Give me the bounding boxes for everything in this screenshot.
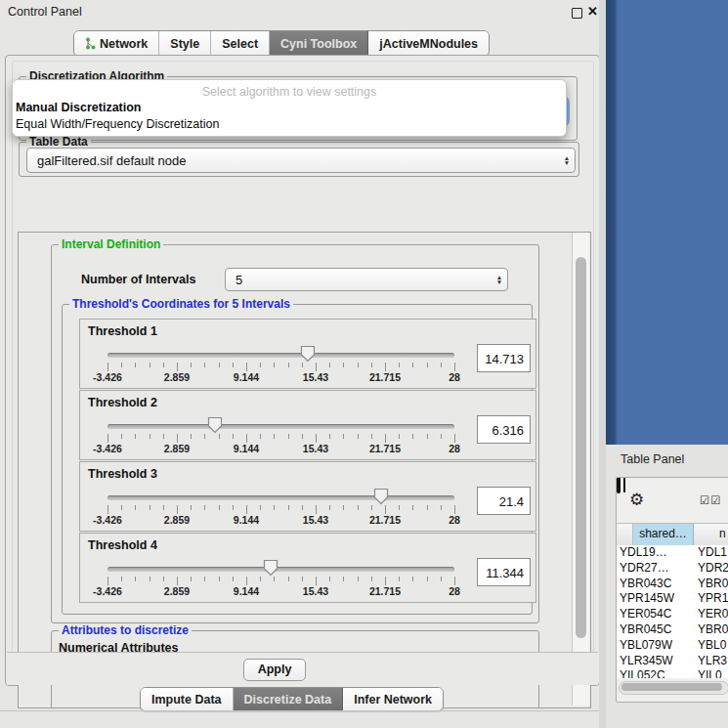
tick-mark [204,577,205,581]
horizontal-scrollbar[interactable] [619,681,728,695]
dropdown-item-manual[interactable]: Manual Discretization [16,101,142,114]
table-row[interactable]: YER054CYER0 [617,607,728,622]
threshold-value-field[interactable]: 14.713 [477,344,531,372]
table-row[interactable]: YDL19…YDL1 [617,545,728,561]
tick-mark [150,505,150,510]
scale-label: 9.144 [234,514,259,526]
table-row[interactable]: YIL052CYIL0 [617,668,728,678]
cell-shared-name[interactable]: YBR043C [617,577,698,592]
panel-divider[interactable] [599,0,606,728]
cell-name[interactable]: YBL0 [698,638,728,654]
tick-mark [260,434,261,439]
cell-name[interactable]: YDR2 [698,561,728,577]
tick-mark [302,505,303,510]
threshold-row: Threshold 2-3.4262.8599.14415.4321.71528… [79,390,536,460]
tick-mark [233,363,234,367]
cell-shared-name[interactable]: YBR045C [617,622,698,638]
threshold-value-field[interactable]: 11.344 [477,558,531,586]
column-header-shared-name[interactable]: shared… [633,524,694,545]
scale-label: 15.43 [303,443,328,454]
tick-mark [219,434,220,439]
tick-mark [121,505,122,510]
tick-mark [191,577,192,581]
apply-button[interactable]: Apply [243,659,306,681]
node-table: ⚙ ☑☑ shared… n YDL19…YDL1YDR27…YDR2YBR04… [616,477,728,703]
tab-style[interactable]: Style [159,31,211,56]
table-header-row: shared… n [617,523,728,546]
cell-name[interactable]: YER0 [698,607,728,622]
cell-shared-name[interactable]: YPR145W [617,591,698,607]
column-header-name[interactable]: n [694,524,728,545]
cell-shared-name[interactable]: YBL079W [617,638,698,654]
tick-mark [454,363,455,371]
slider-track[interactable] [107,495,454,500]
cell-shared-name[interactable]: YLR345W [617,654,698,669]
scale-label: 15.43 [303,585,328,597]
tick-mark [343,363,344,367]
scale-label: 21.715 [369,371,401,383]
threshold-label: Threshold 2 [88,396,157,409]
tick-mark [163,577,164,581]
scale-label: -3.426 [93,371,122,383]
tab-network[interactable]: Network [74,31,159,56]
cell-shared-name[interactable]: YDR27… [617,561,698,577]
cell-name[interactable]: YBR0 [698,622,728,638]
vertical-scrollbar-track[interactable] [572,233,589,706]
tick-mark [204,363,205,367]
float-window-icon[interactable] [572,8,582,19]
cell-name[interactable]: YPR1 [698,591,728,607]
checkbox-icons[interactable]: ☑☑ [700,493,722,507]
table-data-combo[interactable]: galFiltered.sif default node ▲▼ [26,148,576,173]
cell-name[interactable]: YBR0 [698,577,728,592]
table-row[interactable]: YDR27…YDR2 [617,561,728,577]
tick-mark [427,577,428,581]
table-row[interactable]: YPR145WYPR1 [617,591,728,607]
threshold-value-field[interactable]: 6.316 [477,415,531,444]
cell-name[interactable]: YIL0 [698,668,728,678]
cell-name[interactable]: YLR3 [698,654,728,669]
tick-mark [107,363,108,371]
tick-mark [316,505,317,514]
cell-shared-name[interactable]: YDL19… [617,545,698,561]
scale-label: 2.859 [164,443,190,454]
tab-infer-network[interactable]: Infer Network [343,688,443,710]
slider-track[interactable] [107,424,454,429]
tab-discretize-data[interactable]: Discretize Data [234,688,344,710]
cell-shared-name[interactable]: YER054C [617,607,698,622]
tick-mark [343,577,344,581]
tab-cyni-toolbox[interactable]: Cyni Toolbox [270,31,368,56]
slider-track[interactable] [107,353,454,358]
dropdown-item-equal-width[interactable]: Equal Width/Frequency Discretization [16,117,219,131]
table-row[interactable]: YBR045CYBR0 [617,622,728,638]
tick-mark [358,434,359,439]
cell-name[interactable]: YDL1 [698,545,728,561]
vertical-scrollbar-thumb[interactable] [576,257,586,638]
control-panel: Control Panel ✕ Network Style Select Cyn… [0,0,603,728]
cell-shared-name[interactable]: YIL052C [617,668,698,678]
slider-thumb[interactable] [300,345,316,363]
table-row[interactable]: YBR043CYBR0 [617,577,728,592]
table-data-group: Table Data galFiltered.sif default node … [19,142,579,177]
tick-mark [412,434,413,439]
tick-mark [412,505,413,510]
tab-impute-data[interactable]: Impute Data [141,688,234,710]
split-columns-icon[interactable] [617,477,621,493]
number-of-intervals-combo[interactable]: 5 ▲▼ [225,268,508,291]
close-icon[interactable]: ✕ [587,4,598,19]
slider-thumb[interactable] [207,416,223,434]
tab-select[interactable]: Select [211,31,270,56]
tick-mark [260,363,261,367]
slider-thumb[interactable] [263,559,278,577]
slider-thumb[interactable] [373,488,389,505]
horizontal-scrollbar-thumb[interactable] [621,683,722,691]
tab-jactivemnodules[interactable]: jActiveMNodules [368,31,489,56]
tick-mark [191,505,192,510]
gear-icon[interactable]: ⚙ [629,490,644,509]
tick-mark [288,577,289,581]
table-toolbar: ⚙ ☑☑ [617,478,728,521]
table-row[interactable]: YBL079WYBL0 [617,638,728,654]
table-row[interactable]: YLR345WYLR3 [617,654,728,669]
slider-track[interactable] [107,567,454,572]
threshold-value-field[interactable]: 21.4 [477,487,531,515]
tick-mark [358,505,359,510]
